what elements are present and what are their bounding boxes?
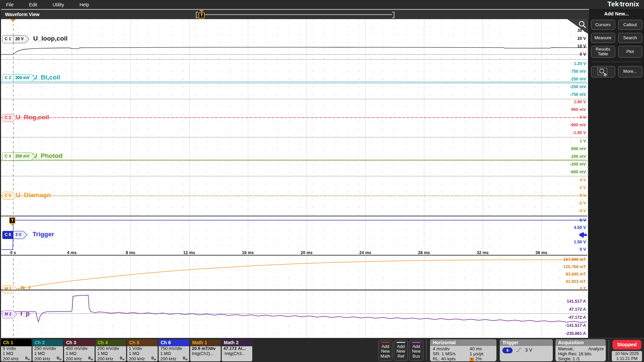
trigger-source-badge: 6 xyxy=(502,348,513,353)
scale-label-m2: -235.861 A xyxy=(566,331,586,336)
channel-name-c6: Trigger xyxy=(33,231,54,238)
slice-m2[interactable]: 141.517 A47.172 A-47.172 A-141.517 A-235… xyxy=(1,290,587,338)
trace-m2 xyxy=(1,290,587,338)
addnew-plot-button[interactable]: Plot xyxy=(618,46,642,58)
scale-label-c5: 4 V xyxy=(580,178,586,182)
settings-bar: Horizontal 4 ms/div40 ms SR: 1 MS/s1 µs/… xyxy=(0,338,644,362)
bottom-badge-row: 200 kHzBW xyxy=(1,356,32,361)
addnew-search-button[interactable]: Search xyxy=(618,33,642,43)
horizontal-panel-title: Horizontal xyxy=(430,339,496,346)
add-new-bus-button[interactable]: Add New Bus xyxy=(409,340,423,361)
run-stop-button[interactable]: Stopped xyxy=(612,340,641,350)
add-button-accent xyxy=(412,342,421,343)
slice-c5[interactable]: 4 V2 V0 V-2 V-4 VC 5U_Diamagn xyxy=(1,176,587,216)
time-tick-label: 0 s xyxy=(3,250,23,255)
scale-label-c5: 2 V xyxy=(580,185,586,190)
bottom-badge-header: Ch 5 xyxy=(127,339,158,346)
slice-m1[interactable]: 167.690 mT125.768 mT83.845 mT41.923 mT0 … xyxy=(1,255,587,290)
add-button-accent xyxy=(396,342,405,343)
trigger-panel[interactable]: Trigger 6 3 V xyxy=(500,339,553,361)
bottom-badge-row: 450 mV/div xyxy=(64,346,95,351)
trigger-position-flag[interactable]: T xyxy=(199,12,205,18)
scale-label-c4: -600 mV xyxy=(570,170,586,174)
addnew-callout-button[interactable]: Callout xyxy=(618,20,642,30)
bottom-badge-ch5[interactable]: Ch 51 V/div1 MΩ200 kHzBW xyxy=(127,339,158,361)
bottom-badge-row: 5 V/div xyxy=(1,346,32,351)
channel-badge-c4[interactable]: C 4200 mV xyxy=(2,153,32,161)
horizontal-position-track[interactable] xyxy=(198,14,392,15)
slice-c4[interactable]: 1 V600 mV200 mV-200 mV-600 mVC 4200 mVU_… xyxy=(1,137,587,176)
date-label: 10 Nov 2025 xyxy=(612,351,642,356)
bottom-badge-ch2[interactable]: Ch 2250 mV/div1 MΩ200 kHzBW xyxy=(33,339,63,361)
trace-c4 xyxy=(1,137,587,176)
tab-waveform-view[interactable]: Waveform View xyxy=(5,12,40,17)
bottom-badge-ch6[interactable]: Ch 6750 mV/div1 MΩ200 kHzBW xyxy=(159,339,189,361)
bandwidth-limit-icon: BW xyxy=(183,356,187,361)
trigger-level-arrow[interactable] xyxy=(579,232,584,238)
add-new-title: Add New... xyxy=(589,11,644,16)
trigger-position-marker[interactable] xyxy=(10,19,16,22)
channel-badge-c6[interactable]: C 63 V xyxy=(2,231,23,239)
panel-drag-handle[interactable] xyxy=(587,167,589,175)
scale-label-c4: -200 mV xyxy=(570,162,586,167)
channel-badge-c5[interactable]: C 5 xyxy=(2,192,13,200)
scale-label-m1: 83.845 mT xyxy=(566,272,586,277)
channel-badge-c3[interactable]: C 3 xyxy=(2,114,13,122)
horizontal-position-left-bracket xyxy=(196,12,198,18)
add-new-ref-button[interactable]: Add New Ref xyxy=(394,340,408,361)
badge-cell: C 6 xyxy=(3,231,13,239)
tektronix-logo: Tek∕tronix xyxy=(607,0,639,8)
acquisition-analyze: Analyze xyxy=(588,346,604,351)
bottom-badge-math2[interactable]: Math 247.172 A/...-Intg(Ch3... xyxy=(222,339,252,361)
slice-separator xyxy=(1,99,587,99)
bottom-badge-math1[interactable]: Math 120.9 mT/divIntg(Ch2)... xyxy=(190,339,221,361)
bottom-badge-ch4[interactable]: Ch 4200 mV/div1 MΩ200 kHzBW xyxy=(96,339,126,361)
horizontal-window: 40 ms xyxy=(470,346,494,351)
menu-utility[interactable]: Utility xyxy=(53,2,64,7)
scale-label-c3: 900 mV xyxy=(571,107,586,112)
add-button-accent xyxy=(381,342,390,343)
menu-help[interactable]: Help xyxy=(79,2,89,7)
bottom-badge-ch1[interactable]: Ch 15 V/div1 MΩ200 kHzBW xyxy=(1,339,32,361)
slice-c6[interactable]: 6 V4.50 V3 V1.50 V0 VC 63 VTriggerT xyxy=(1,216,587,250)
bottom-badge-header: Ch 1 xyxy=(1,339,32,346)
time-tick-label: 4 ms xyxy=(62,250,82,255)
channel-badge-c1[interactable]: C 120 V xyxy=(2,35,25,43)
channel-badge-c2[interactable]: C 2300 mV xyxy=(2,74,32,82)
add-new-math-button[interactable]: Add New Math xyxy=(378,340,392,361)
rising-edge-icon xyxy=(515,347,523,353)
scale-label-c5: 0 V xyxy=(580,193,586,198)
acquisition-panel[interactable]: Acquisition Manual,Analyze High Res: 16 … xyxy=(555,339,606,361)
slice-c3[interactable]: 1.80 V900 mV0 V-900 mV-1.80 VC 3U_Rog,co… xyxy=(1,99,587,137)
bottom-badge-ch3[interactable]: Ch 3450 mV/div1 MΩ200 kHzBW xyxy=(64,339,95,361)
horizontal-panel[interactable]: Horizontal 4 ms/div40 ms SR: 1 MS/s1 µs/… xyxy=(430,339,496,361)
waveform-plot[interactable]: 30 V20 V10 V0 VC 120 VU_loop,coil1.25 V7… xyxy=(1,19,588,338)
channel-badge-m1[interactable]: M 1 xyxy=(2,285,13,293)
bottom-badge-row: 200 kHzBW xyxy=(96,356,126,361)
time-tick-label: 16 ms xyxy=(238,250,258,255)
trace-c5 xyxy=(1,176,587,216)
bottom-badge-row: 1 MΩ xyxy=(33,351,63,356)
trace-c2 xyxy=(1,60,587,99)
slice-c2[interactable]: 1.25 V750 mV250 mV-250 mV-750 mVC 2300 m… xyxy=(1,60,587,99)
menu-file[interactable]: File xyxy=(6,2,14,7)
trigger-source-flag[interactable]: T xyxy=(9,217,15,224)
addnew-measure-button[interactable]: Measure xyxy=(591,33,615,43)
scale-label-m1: 41.923 mT xyxy=(566,279,586,284)
bottom-badge-header: Math 2 xyxy=(222,339,252,346)
scale-label-m2: 141.517 A xyxy=(567,299,586,304)
bottom-badge-header: Ch 3 xyxy=(64,339,95,346)
menu-edit[interactable]: Edit xyxy=(29,2,37,7)
bottom-badge-row: 1 MΩ xyxy=(96,351,126,356)
zoom-mode-button[interactable] xyxy=(591,66,615,77)
channel-name-m1: B_t xyxy=(20,285,31,292)
slice-c1[interactable]: 30 V20 V10 V0 VC 120 VU_loop,coil xyxy=(1,19,587,60)
menu-items: FileEditUtilityHelp xyxy=(6,2,89,7)
slice-separator xyxy=(1,216,587,217)
addnew-results-table-button[interactable]: Results Table xyxy=(591,46,615,58)
addnew-cursors-button[interactable]: Cursors xyxy=(591,20,615,30)
scale-label-c2: -750 mV xyxy=(570,92,586,97)
channel-badge-m2[interactable]: M 2 xyxy=(2,310,13,318)
badge-cell: M 1 xyxy=(3,286,13,293)
more-button[interactable]: More... xyxy=(618,66,642,77)
